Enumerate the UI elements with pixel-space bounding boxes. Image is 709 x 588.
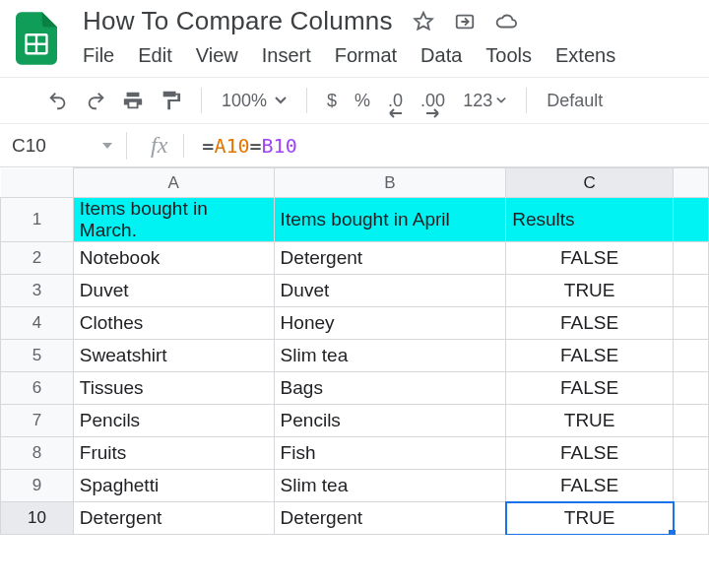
menu-file[interactable]: File [83,44,114,67]
row-header[interactable]: 1 [1,198,74,242]
row-header[interactable]: 9 [1,470,74,502]
spreadsheet-grid[interactable]: A B C 1 Items bought in March. Items bou… [0,167,709,535]
menu-extensions[interactable]: Extens [555,44,615,67]
formula-bar[interactable]: =A10=B10 [184,134,296,158]
cell-D9[interactable] [674,470,709,502]
cell-C10[interactable]: TRUE [506,502,674,535]
select-all-corner[interactable] [1,168,74,198]
format-percent-button[interactable]: % [354,91,370,111]
menu-view[interactable]: View [196,44,238,67]
cell-B10[interactable]: Detergent [274,502,506,535]
paint-format-icon[interactable] [160,90,181,111]
cell-A5[interactable]: Sweatshirt [73,340,274,372]
row-header[interactable]: 3 [1,275,74,307]
cell-C8[interactable]: FALSE [506,437,674,470]
cell-B5[interactable]: Slim tea [274,340,506,372]
cell-D4[interactable] [674,307,709,340]
cell-B9[interactable]: Slim tea [274,470,506,502]
cell-A2[interactable]: Notebook [73,242,274,275]
cell-C9[interactable]: FALSE [506,470,674,502]
name-box[interactable]: C10 [0,124,126,166]
menu-format[interactable]: Format [335,44,397,67]
cell-C5[interactable]: FALSE [506,340,674,372]
row-header[interactable]: 2 [1,242,74,275]
col-header-C[interactable]: C [506,168,674,198]
menu-insert[interactable]: Insert [262,44,311,67]
cell-B6[interactable]: Bags [274,372,506,405]
cell-A6[interactable]: Tissues [73,372,274,405]
increase-decimal-button[interactable]: .00 [420,91,445,111]
chevron-down-icon[interactable] [275,91,287,111]
cell-D2[interactable] [674,242,709,275]
row-header[interactable]: 5 [1,340,74,372]
cell-B4[interactable]: Honey [274,307,506,340]
row-header[interactable]: 6 [1,372,74,405]
menubar: File Edit View Insert Format Data Tools … [83,44,697,67]
cell-C7[interactable]: TRUE [506,405,674,437]
cloud-status-icon[interactable] [495,11,517,33]
cell-C6[interactable]: FALSE [506,372,674,405]
row-header[interactable]: 8 [1,437,74,470]
cell-A10[interactable]: Detergent [73,502,274,535]
cell-C2[interactable]: FALSE [506,242,674,275]
cell-A1[interactable]: Items bought in March. [73,198,274,242]
menu-tools[interactable]: Tools [485,44,532,67]
cell-D6[interactable] [674,372,709,405]
cell-D10[interactable] [674,502,709,535]
row-header[interactable]: 7 [1,405,74,437]
cell-A4[interactable]: Clothes [73,307,274,340]
undo-icon[interactable] [47,90,69,111]
cell-B7[interactable]: Pencils [274,405,506,437]
font-picker[interactable]: Default [547,91,603,111]
cell-A9[interactable]: Spaghetti [73,470,274,502]
toolbar: 100% $ % .0 .00 123 Default [0,77,709,124]
print-icon[interactable] [122,90,144,111]
cell-D8[interactable] [674,437,709,470]
chevron-down-icon[interactable] [102,143,112,149]
number-format-button[interactable]: 123 [463,91,506,111]
cell-A3[interactable]: Duvet [73,275,274,307]
zoom-level[interactable]: 100% [222,91,267,111]
cell-D1[interactable] [674,198,709,242]
move-icon[interactable] [454,11,476,33]
col-header-A[interactable]: A [73,168,274,198]
col-header-D[interactable] [674,168,709,198]
sheets-logo-icon [16,12,57,65]
cell-C3[interactable]: TRUE [506,275,674,307]
cell-B1[interactable]: Items bought in April [274,198,506,242]
cell-C4[interactable]: FALSE [506,307,674,340]
redo-icon[interactable] [85,90,106,111]
cell-B8[interactable]: Fish [274,437,506,470]
row-header[interactable]: 10 [1,502,74,535]
menu-data[interactable]: Data [420,44,462,67]
cell-D3[interactable] [674,275,709,307]
cell-A8[interactable]: Fruits [73,437,274,470]
cell-A7[interactable]: Pencils [73,405,274,437]
col-header-B[interactable]: B [274,168,506,198]
menu-edit[interactable]: Edit [138,44,171,67]
document-title[interactable]: How To Compare Columns [83,6,393,36]
decrease-decimal-button[interactable]: .0 [388,91,403,111]
star-icon[interactable] [413,11,434,33]
cell-B3[interactable]: Duvet [274,275,506,307]
cell-D7[interactable] [674,405,709,437]
format-currency-button[interactable]: $ [327,91,337,111]
cell-B2[interactable]: Detergent [274,242,506,275]
row-header[interactable]: 4 [1,307,74,340]
cell-D5[interactable] [674,340,709,372]
cell-C1[interactable]: Results [506,198,674,242]
fx-icon: fx [127,132,183,159]
